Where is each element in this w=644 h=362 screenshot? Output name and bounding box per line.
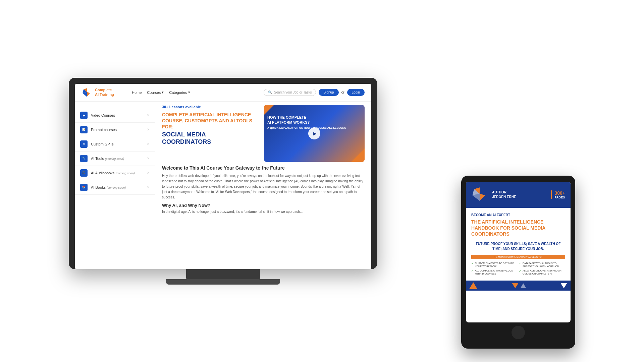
tablet-logo-icon [471,186,488,203]
deco-triangle-left [469,282,477,289]
video-courses-icon: ▶ [80,112,88,119]
scene: Complete AI Training Home Courses ▾ Cate… [0,0,644,362]
ai-books-icon: 📚 [80,184,88,191]
custom-gpts-icon: ⚙ [80,140,88,148]
sidebar-item-ai-tools[interactable]: 🔧 AI Tools (coming soon) ✕ [75,152,155,166]
signup-button[interactable]: Signup [319,89,338,96]
nav-categories[interactable]: Categories ▾ [169,90,190,95]
prompt-courses-icon: 📝 [80,126,88,133]
check-icon: ✓ [471,262,474,265]
monitor-screen: Complete AI Training Home Courses ▾ Cate… [75,84,371,269]
sidebar-label-ai-audiobooks: AI Audiobooks (coming soon) [91,171,135,175]
sidebar-label-custom-gpts: Custom GPTs [91,142,114,146]
check-icon: ✓ [519,262,521,265]
search-placeholder: Search your Job or Tasks [274,90,312,94]
tablet-feature-2: ✓ DATABASE WITH AI TOOLS TO SUPPORT YOU … [519,262,565,268]
close-icon[interactable]: ✕ [147,128,150,131]
tablet-wrapper: AUTHOR: JEROEN ERNÉ 300+ PAGES BECOME AN… [461,176,575,349]
tablet-home-button[interactable] [512,326,525,339]
check-icon: ✓ [519,269,521,273]
sidebar-label-video-courses: Video Courses [91,113,115,117]
tablet-header: AUTHOR: JEROEN ERNÉ 300+ PAGES [466,182,571,208]
play-icon: ▶ [313,131,317,136]
monitor-stand [186,269,260,279]
tablet-subtitle: FUTURE-PROOF YOUR SKILLS; SAVE A WEALTH … [471,241,565,251]
content-title-1: Welcome to This AI Course Your Gateway t… [162,165,365,171]
sidebar-item-ai-books[interactable]: 📚 AI Books (coming soon) ✕ [75,180,155,195]
sidebar-item-ai-audiobooks[interactable]: 🎧 AI Audiobooks (coming soon) ✕ [75,166,155,180]
nav-search: 🔍 Search your Job or Tasks Signup or Log… [264,89,365,96]
tablet-main-title: THE ARTIFICIAL INTELLIGENCE HANDBOOK FOR… [471,219,565,237]
login-button[interactable]: Login [347,89,365,96]
svg-marker-6 [480,194,485,201]
monitor-wrapper: Complete AI Training Home Courses ▾ Cate… [69,78,377,285]
content-text-2: In the digital age, AI is no longer just… [162,209,365,215]
content-title-2: Why AI, and Why Now? [162,203,365,208]
tablet-body: BECOME AN AI EXPERT THE ARTIFICIAL INTEL… [466,208,571,281]
search-icon: 🔍 [268,90,272,94]
sidebar-label-ai-tools: AI Tools (coming soon) [91,157,124,161]
monitor-frame: Complete AI Training Home Courses ▾ Cate… [69,78,377,269]
deco-triangle-mid [512,283,519,288]
chevron-down-icon: ▾ [188,90,190,95]
feature-text-4: ALL AI AUDIOBOOKS, AND PROMPT GUIDES ON … [523,269,565,275]
hero-section: HOW THE COMPLETE AI PLATFORM WORKS? A QU… [155,102,371,269]
tablet-feature-4: ✓ ALL AI AUDIOBOOKS, AND PROMPT GUIDES O… [519,269,565,275]
tablet-frame: AUTHOR: JEROEN ERNÉ 300+ PAGES BECOME AN… [461,176,575,349]
feature-text-1: CUSTOM CHATGPTS TO OPTIMIZE YOUR WORKFLO… [475,262,518,268]
nav-courses[interactable]: Courses ▾ [147,90,164,95]
check-icon: ✓ [471,269,474,273]
chevron-down-icon: ▾ [162,90,164,95]
ai-tools-icon: 🔧 [80,155,88,162]
close-icon[interactable]: ✕ [147,142,150,146]
sidebar-item-custom-gpts[interactable]: ⚙ Custom GPTs ✕ [75,137,155,152]
tablet-content: AUTHOR: JEROEN ERNÉ 300+ PAGES BECOME AN… [466,182,571,291]
content-area: Welcome to This AI Course Your Gateway t… [162,165,365,215]
logo-text: Complete AI Training [95,88,114,97]
search-box[interactable]: 🔍 Search your Job or Tasks [264,89,316,96]
ai-audiobooks-icon: 🎧 [80,169,88,177]
deco-triangle-mid2 [521,283,526,288]
video-thumbnail[interactable]: HOW THE COMPLETE AI PLATFORM WORKS? A QU… [264,105,365,162]
tablet-become-text: BECOME AN AI EXPERT [471,213,565,217]
tablet-author-label: AUTHOR: JEROEN ERNÉ [492,190,551,199]
close-icon[interactable]: ✕ [147,157,150,160]
feature-text-3: ALL COMPLETE AI TRAINING.COM HYBRID COUR… [475,269,518,275]
close-icon[interactable]: ✕ [147,185,150,189]
tablet-screen: AUTHOR: JEROEN ERNÉ 300+ PAGES BECOME AN… [466,182,571,322]
tablet-access-badge: + 1 MONTH COMPLIMENTARY ACCESS TO: [471,255,565,259]
tablet-deco-bottom [466,281,571,291]
tablet-pages: 300+ PAGES [551,190,565,199]
sidebar: ▶ Video Courses ✕ 📝 Prompt courses ✕ [75,102,155,269]
svg-marker-2 [87,92,90,97]
site-nav: Complete AI Training Home Courses ▾ Cate… [75,84,371,102]
content-text-1: Hey there, fellow web developer! If you'… [162,173,365,200]
site-main: ▶ Video Courses ✕ 📝 Prompt courses ✕ [75,102,371,269]
tablet-features-list: ✓ CUSTOM CHATGPTS TO OPTIMIZE YOUR WORKF… [471,262,565,275]
sidebar-item-prompt-courses[interactable]: 📝 Prompt courses ✕ [75,123,155,137]
close-icon[interactable]: ✕ [147,113,150,117]
sidebar-label-ai-books: AI Books (coming soon) [91,185,126,189]
sidebar-item-video-courses[interactable]: ▶ Video Courses ✕ [75,108,155,123]
video-overlay-text: HOW THE COMPLETE AI PLATFORM WORKS? A QU… [267,115,346,130]
nav-home[interactable]: Home [132,90,142,95]
tablet-feature-1: ✓ CUSTOM CHATGPTS TO OPTIMIZE YOUR WORKF… [471,262,518,268]
sidebar-label-prompt-courses: Prompt courses [91,128,117,132]
monitor-base [166,279,280,285]
logo-area: Complete AI Training [82,87,125,98]
nav-or-label: or [341,90,344,94]
nav-links: Home Courses ▾ Categories ▾ [132,90,190,95]
video-play-button[interactable]: ▶ [308,127,320,139]
close-icon[interactable]: ✕ [147,171,150,175]
deco-triangle-right [560,283,567,288]
tablet-feature-3: ✓ ALL COMPLETE AI TRAINING.COM HYBRID CO… [471,269,518,275]
logo-icon [82,87,92,98]
feature-text-2: DATABASE WITH AI TOOLS TO SUPPORT YOU WI… [523,262,565,268]
